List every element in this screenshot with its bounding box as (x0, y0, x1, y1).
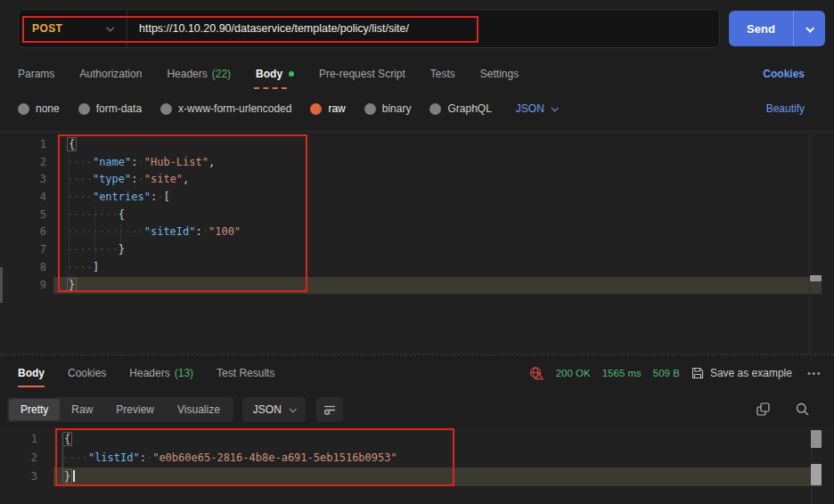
send-options-button[interactable] (793, 11, 825, 46)
tab-settings[interactable]: Settings (480, 68, 519, 80)
response-body-editor[interactable]: 123 {····"listId":·"e0b60e65-2816-4b8e-a… (0, 427, 834, 504)
response-code-area[interactable]: {····"listId":·"e0b60e65-2816-4b8e-a691-… (53, 430, 822, 486)
request-code-area[interactable]: {····"name":·"Hub-List",····"type":·"sit… (53, 136, 822, 294)
token: ] (93, 261, 99, 273)
response-tab-body[interactable]: Body (18, 367, 45, 379)
more-options-button[interactable]: ••• (807, 368, 822, 378)
response-tab-headers[interactable]: Headers (13) (129, 367, 193, 379)
view-mode-pretty[interactable]: Pretty (9, 399, 60, 420)
tab-body[interactable]: Body (256, 68, 294, 80)
token: "100" (208, 225, 241, 238)
body-type-raw[interactable]: raw (310, 102, 345, 115)
unsaved-changes-dot (289, 71, 294, 77)
code-line[interactable]: ········} (53, 241, 822, 259)
response-time[interactable]: 1565 ms (602, 368, 642, 378)
copy-response-button[interactable] (756, 402, 770, 416)
token: ···· (67, 173, 93, 185)
body-type-x-www-form-urlencoded[interactable]: x-www-form-urlencoded (160, 102, 291, 115)
token: ···· (67, 156, 93, 168)
response-tab-cookies[interactable]: Cookies (68, 367, 106, 379)
code-line[interactable]: { (53, 430, 822, 449)
line-number: 8 (0, 259, 46, 277)
line-number: 3 (0, 171, 46, 189)
token: · (138, 156, 144, 168)
code-line[interactable]: ····"type":·"site", (53, 171, 822, 189)
tab-params[interactable]: Params (18, 68, 54, 80)
view-mode-preview[interactable]: Preview (104, 399, 166, 420)
token: "e0b60e65-2816-4b8e-a691-5eb1516b0953" (152, 451, 397, 464)
radio-icon (160, 103, 172, 115)
send-button[interactable]: Send (729, 11, 793, 46)
line-number: 2 (0, 154, 46, 172)
view-mode-visualize[interactable]: Visualize (166, 399, 232, 420)
code-line[interactable]: { (53, 136, 822, 154)
view-right-icons (756, 402, 809, 416)
save-icon (691, 367, 704, 379)
raw-format-dropdown[interactable]: JSON (516, 102, 557, 115)
method-dropdown[interactable]: POST (19, 10, 127, 47)
view-mode-raw[interactable]: Raw (60, 399, 104, 420)
view-mode-group: Pretty Raw Preview Visualize (7, 397, 233, 422)
token: "Hub-List" (144, 156, 208, 168)
code-line[interactable]: ············"siteId":·"100" (53, 224, 822, 241)
tab-headers[interactable]: Headers (22) (167, 68, 231, 80)
text-cursor (73, 470, 75, 482)
beautify-link[interactable]: Beautify (766, 102, 805, 115)
scrollbar-thumb[interactable] (811, 430, 822, 448)
tab-pre-request-script[interactable]: Pre-request Script (319, 68, 405, 80)
request-tabs: Params Authorization Headers (22) Body P… (0, 57, 834, 91)
cookies-link[interactable]: Cookies (763, 68, 805, 80)
radio-icon-selected (310, 103, 322, 115)
token: "entries" (93, 191, 151, 203)
scrollbar-thumb[interactable] (810, 275, 822, 281)
response-tab-test-results[interactable]: Test Results (217, 367, 274, 379)
chevron-down-icon (106, 24, 113, 31)
token: , (183, 173, 189, 185)
code-line[interactable]: ····"entries":·[ (53, 189, 822, 207)
request-body-editor[interactable]: 123456789 {····"name":·"Hub-List",····"t… (0, 131, 834, 354)
code-line[interactable]: ········{ (53, 207, 822, 224)
scrollbar-thumb[interactable] (811, 464, 822, 485)
response-format-dropdown[interactable]: JSON (242, 397, 306, 422)
token: { (67, 137, 77, 151)
response-size[interactable]: 509 B (653, 368, 680, 378)
token: : (140, 451, 146, 464)
active-tab-underline (254, 87, 287, 89)
code-line[interactable]: ····"name":·"Hub-List", (53, 154, 822, 172)
body-type-form-data[interactable]: form-data (78, 102, 142, 115)
scrollbar-track (809, 132, 810, 354)
code-line[interactable]: ····] (53, 259, 822, 277)
body-type-none[interactable]: none (18, 102, 60, 115)
search-icon (796, 402, 809, 416)
token: ···· (67, 191, 93, 203)
wrap-lines-icon (323, 403, 337, 416)
save-as-example-button[interactable]: Save as example (691, 367, 792, 379)
line-number: 5 (0, 207, 46, 224)
line-number: 1 (0, 430, 37, 449)
code-line[interactable]: } (53, 277, 822, 295)
token: ···· (62, 451, 88, 464)
tab-authorization[interactable]: Authorization (79, 68, 142, 80)
line-number: 6 (0, 224, 46, 241)
response-view-row: Pretty Raw Preview Visualize JSON (0, 391, 834, 427)
token: } (67, 278, 77, 292)
body-type-binary[interactable]: binary (364, 102, 412, 115)
line-number-gutter: 123456789 (0, 136, 46, 294)
token: : (196, 225, 202, 238)
radio-icon (364, 103, 376, 115)
active-tab-underline (18, 386, 45, 387)
url-input[interactable]: https://10.10.20.90/dataservice/template… (127, 22, 409, 35)
code-line[interactable]: } (53, 467, 822, 486)
window-edge-scrollbar[interactable] (0, 267, 3, 303)
tab-tests[interactable]: Tests (430, 68, 455, 80)
token: "name" (93, 156, 131, 168)
body-type-graphql[interactable]: GraphQL (429, 102, 491, 115)
code-line[interactable]: ····"listId":·"e0b60e65-2816-4b8e-a691-5… (53, 449, 822, 467)
ssl-warning-globe-icon[interactable] (529, 366, 544, 380)
wrap-lines-button[interactable] (316, 397, 343, 422)
indent-guide (120, 224, 121, 242)
search-response-button[interactable] (796, 402, 809, 416)
status-code[interactable]: 200 OK (556, 368, 591, 378)
chevron-down-icon (551, 104, 558, 111)
line-number: 3 (0, 467, 37, 486)
